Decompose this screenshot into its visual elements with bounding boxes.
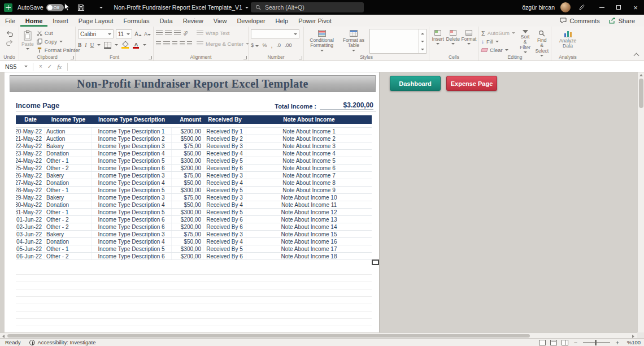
cell-amount[interactable]: $50,00 — [172, 150, 203, 157]
borders-button[interactable] — [104, 42, 111, 49]
cell-income-type[interactable]: Other - 2 — [45, 253, 92, 260]
format-cells-button[interactable]: Format — [462, 29, 476, 45]
cell-amount[interactable]: $300,00 — [172, 245, 203, 252]
cell-income-type[interactable]: Other - 1 — [45, 187, 92, 193]
cell-received-by[interactable]: Received By 6 — [203, 223, 246, 230]
alignment-dialog-launcher[interactable] — [243, 56, 247, 59]
cell-income-type[interactable]: Auction — [45, 128, 92, 135]
cell-date[interactable]: 21-May-22 — [16, 135, 45, 142]
orientation-button[interactable]: ab — [182, 29, 189, 37]
minimize-button[interactable] — [593, 0, 610, 15]
tab-formulas[interactable]: Formulas — [119, 15, 155, 27]
redo-button[interactable] — [6, 40, 14, 46]
document-title[interactable]: Non-Profit Fundraiser Report Excel Templ… — [114, 4, 249, 11]
bold-button[interactable]: B — [78, 42, 81, 48]
cell-amount[interactable]: $75,00 — [172, 172, 203, 179]
save-button[interactable] — [77, 4, 85, 11]
cell-description[interactable]: Income Type Description 2 — [92, 135, 172, 142]
cut-button[interactable]: Cut — [37, 29, 80, 37]
cell-income-type[interactable]: Bakery — [45, 194, 92, 201]
cell-date[interactable]: 26-May-22 — [16, 172, 45, 179]
increase-decimal-button[interactable]: .0 — [277, 42, 281, 48]
cell-date[interactable]: 20-May-22 — [16, 128, 45, 135]
cell-note[interactable]: Note About Income 11 — [246, 201, 372, 208]
font-size-select[interactable]: 11 — [116, 29, 133, 38]
increase-font-size-button[interactable]: A — [134, 31, 142, 37]
cell-description[interactable]: Income Type Description 3 — [92, 194, 172, 201]
cell-date[interactable]: 31-May-22 — [16, 209, 45, 215]
insert-function-button[interactable]: fx — [57, 63, 62, 70]
cell-description[interactable]: Income Type Description 5 — [92, 209, 172, 215]
cell-date[interactable]: 02-Jun-22 — [16, 223, 45, 230]
cell-received-by[interactable]: Received By 5 — [203, 245, 246, 252]
cell-note[interactable]: Note About Income 2 — [246, 135, 372, 142]
zoom-in-button[interactable]: + — [615, 339, 620, 346]
cell-received-by[interactable]: Received By 3 — [203, 194, 246, 201]
font-dialog-launcher[interactable] — [149, 56, 152, 59]
cell-description[interactable]: Income Type Description 3 — [92, 231, 172, 237]
cell-income-type[interactable]: Auction — [45, 135, 92, 142]
decrease-font-size-button[interactable]: A — [144, 31, 151, 37]
name-box[interactable]: NS5 — [0, 61, 33, 72]
cell-note[interactable]: Note About Income 12 — [246, 209, 372, 215]
cell-received-by[interactable]: Received By 6 — [203, 253, 246, 260]
decrease-indent-button[interactable] — [180, 41, 185, 46]
tab-insert[interactable]: Insert — [47, 15, 73, 27]
expense-page-button[interactable]: Expense Page — [446, 76, 497, 91]
cell-income-type[interactable]: Bakery — [45, 231, 92, 237]
close-button[interactable]: × — [627, 0, 644, 15]
page-break-preview-button[interactable] — [562, 340, 568, 345]
cell-note[interactable]: Note About Income 3 — [246, 142, 372, 149]
zoom-slider-thumb[interactable] — [595, 340, 597, 345]
percent-style-button[interactable]: % — [263, 42, 267, 48]
cell-income-type[interactable]: Donation — [45, 238, 92, 245]
format-painter-button[interactable]: Format Painter — [37, 46, 80, 54]
comma-style-button[interactable]: , — [271, 42, 273, 49]
cell-styles-gallery[interactable] — [369, 29, 427, 54]
cell-note[interactable]: Note About Income 16 — [246, 238, 372, 245]
cell-date[interactable]: 30-May-22 — [16, 201, 45, 208]
cell-income-type[interactable]: Other - 2 — [45, 216, 92, 223]
cell-income-type[interactable]: Other - 1 — [45, 209, 92, 215]
decrease-decimal-button[interactable]: .00 — [285, 42, 292, 48]
cell-received-by[interactable]: Received By 4 — [203, 201, 246, 208]
clear-button[interactable]: Clear — [481, 46, 515, 54]
autosave-toggle[interactable]: AutoSave Off — [18, 4, 64, 11]
cell-amount[interactable]: $200,00 — [172, 165, 203, 171]
cell-note[interactable]: Note About Income 18 — [246, 253, 372, 260]
cell-date[interactable]: 24-May-22 — [16, 157, 45, 164]
cell-note[interactable]: Note About Income 10 — [246, 194, 372, 201]
page-layout-view-button[interactable] — [550, 340, 557, 345]
column-header-income-type[interactable]: Income Type — [45, 116, 92, 123]
cell-description[interactable]: Income Type Description 5 — [92, 187, 172, 193]
cell-note[interactable]: Note About Income 9 — [246, 187, 372, 193]
gallery-scroll-down-icon[interactable] — [421, 41, 424, 42]
gallery-scroll-strip[interactable] — [419, 29, 426, 53]
zoom-out-button[interactable]: − — [573, 339, 578, 346]
cell-date[interactable]: 23-May-22 — [16, 150, 45, 157]
wrap-text-button[interactable]: Wrap Text — [197, 29, 249, 37]
cell-date[interactable]: 22-May-22 — [16, 142, 45, 149]
cell-amount[interactable]: $500,00 — [172, 135, 203, 142]
avatar[interactable] — [560, 2, 571, 12]
accounting-format-button[interactable]: $ — [251, 42, 259, 48]
collapse-ribbon-button[interactable] — [634, 53, 639, 59]
cell-note[interactable]: Note About Income 7 — [246, 172, 372, 179]
cell-amount[interactable]: $50,00 — [172, 179, 203, 186]
sort-filter-button[interactable]: Sort & Filter — [519, 29, 532, 57]
zoom-slider[interactable] — [583, 342, 610, 343]
cell-income-type[interactable]: Other - 2 — [45, 165, 92, 171]
fill-button[interactable]: ↓ Fill — [481, 37, 515, 46]
tab-view[interactable]: View — [208, 15, 232, 27]
cell-amount[interactable]: $75,00 — [172, 142, 203, 149]
cell-note[interactable]: Note About Income 4 — [246, 150, 372, 157]
cancel-entry-button[interactable]: × — [39, 63, 42, 70]
user-name[interactable]: özgür bircan — [522, 4, 555, 11]
scroll-right-arrow-icon[interactable] — [632, 335, 634, 338]
font-name-select[interactable]: Calibri — [78, 29, 114, 38]
horizontal-scrollbar-thumb[interactable] — [7, 334, 530, 338]
align-bottom-button[interactable] — [174, 31, 181, 36]
dashboard-button[interactable]: Dashboard — [390, 76, 441, 91]
total-income-value[interactable]: $3.200,00 — [320, 101, 373, 110]
cell-description[interactable]: Income Type Description 4 — [92, 201, 172, 208]
